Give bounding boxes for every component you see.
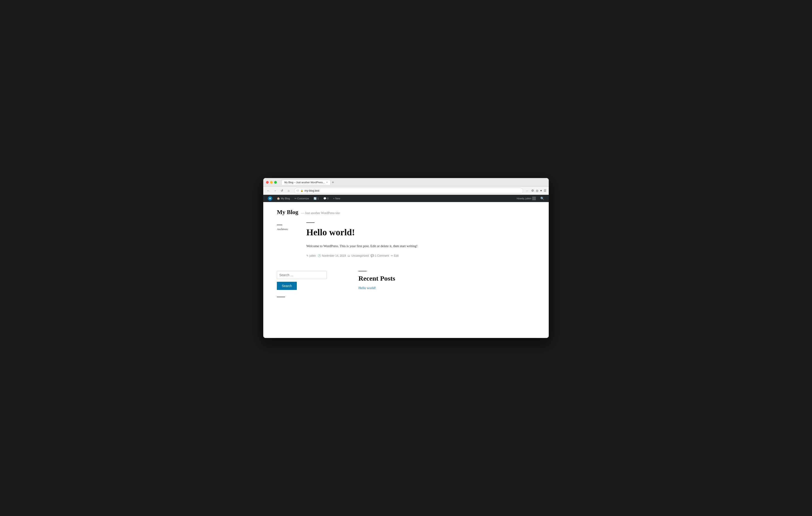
post-date: 🕐 November 14, 2019 xyxy=(318,254,346,257)
post-separator xyxy=(306,222,315,223)
recent-posts-widget: Recent Posts Hello world! xyxy=(358,271,535,290)
tab-close-button[interactable]: × xyxy=(326,181,328,184)
post-meta: ✎ julien 🕐 November 14, 2019 🗂 Uncategor… xyxy=(306,254,528,257)
traffic-lights xyxy=(266,181,277,184)
wp-admin-comments[interactable]: 💬 0 xyxy=(321,195,330,202)
browser-right-icons: ⚙ ◎ ♥ ☰ xyxy=(531,189,547,192)
recent-posts-title: Recent Posts xyxy=(358,275,535,282)
nav-extra-icons: ··· xyxy=(526,189,528,192)
recent-post-item-0[interactable]: Hello world! xyxy=(358,286,376,290)
post-edit: ✏ Edit xyxy=(391,254,399,257)
post-excerpt: Welcome to WordPress. This is your first… xyxy=(306,243,528,249)
wp-search-icon[interactable]: 🔍 xyxy=(539,196,546,200)
site-header: My Blog — Just another WordPress site xyxy=(263,202,549,220)
url-text: my-blog.test xyxy=(304,189,521,192)
wp-admin-customize[interactable]: ✏ Customize xyxy=(293,195,311,202)
nav-bar: ← → ↺ ⌂ 🛡 🔒 my-blog.test ··· ⚙ ◎ ♥ ☰ xyxy=(263,187,549,195)
wp-admin-bar: W 🏠 My Blog ✏ Customize 🔄 1 💬 0 + New Ho… xyxy=(263,195,549,202)
forward-button[interactable]: → xyxy=(272,188,278,193)
address-bar[interactable]: 🛡 🔒 my-blog.test xyxy=(294,188,523,194)
tab-bar: My Blog – Just another WordPress... × + xyxy=(281,180,546,185)
search-widget: Search xyxy=(277,271,345,290)
site-title: My Blog xyxy=(277,209,298,216)
post-category-link[interactable]: Uncategorized xyxy=(351,254,369,257)
post-comments-link[interactable]: 1 Comment xyxy=(375,254,389,257)
search-button[interactable]: Search xyxy=(277,282,297,290)
page-content: My Blog — Just another WordPress site Ar… xyxy=(263,202,549,338)
extensions-icon[interactable]: ⚙ xyxy=(531,189,534,192)
main-content: Hello world! Welcome to WordPress. This … xyxy=(304,220,535,264)
wp-admin-myblog[interactable]: 🏠 My Blog xyxy=(275,195,292,202)
new-tab-button[interactable]: + xyxy=(332,180,334,184)
left-sidebar: Archives: xyxy=(277,220,304,264)
site-title-line: My Blog — Just another WordPress site xyxy=(277,209,535,216)
post-edit-link[interactable]: Edit xyxy=(394,254,399,257)
title-bar: My Blog – Just another WordPress... × + xyxy=(263,178,549,187)
tab-title: My Blog – Just another WordPress... xyxy=(284,181,325,184)
wp-admin-new[interactable]: + New xyxy=(331,195,342,202)
archives-label: Archives: xyxy=(277,227,299,231)
bottom-section: Search Recent Posts Hello world! xyxy=(263,264,549,295)
sync-icon[interactable]: ♥ xyxy=(540,189,542,192)
refresh-button[interactable]: ↺ xyxy=(279,188,285,193)
wp-logo-item[interactable]: W xyxy=(266,195,274,202)
back-button[interactable]: ← xyxy=(265,188,271,193)
post-category: 🗂 Uncategorized xyxy=(348,254,369,257)
widget-separator xyxy=(358,271,367,271)
search-input[interactable] xyxy=(277,271,327,279)
wp-admin-comments-pending[interactable]: 🔄 1 xyxy=(312,195,321,202)
wp-admin-right: Howdy, julien 🔍 xyxy=(515,195,546,202)
site-tagline: — Just another WordPress site xyxy=(301,211,340,215)
active-tab[interactable]: My Blog – Just another WordPress... × xyxy=(281,180,330,185)
minimize-traffic-light[interactable] xyxy=(270,181,273,184)
footer-separator xyxy=(277,297,285,297)
browser-window: My Blog – Just another WordPress... × + … xyxy=(263,178,549,338)
more-icon[interactable]: ··· xyxy=(526,189,528,192)
post-author: ✎ julien xyxy=(306,254,316,257)
maximize-traffic-light[interactable] xyxy=(274,181,277,184)
home-button[interactable]: ⌂ xyxy=(286,188,291,193)
menu-icon[interactable]: ☰ xyxy=(544,189,547,192)
content-area: Archives: Hello world! Welcome to WordPr… xyxy=(263,220,549,264)
post-title: Hello world! xyxy=(306,227,528,238)
wp-logo-icon: W xyxy=(268,196,272,201)
shield-icon: 🛡 xyxy=(296,189,299,192)
lock-icon: 🔒 xyxy=(300,189,303,192)
user-avatar xyxy=(532,196,536,200)
wp-admin-howdy[interactable]: Howdy, julien xyxy=(515,195,538,202)
post-comments: 💬 1 Comment xyxy=(371,254,389,257)
pocket-icon[interactable]: ◎ xyxy=(536,189,538,192)
close-traffic-light[interactable] xyxy=(266,181,269,184)
